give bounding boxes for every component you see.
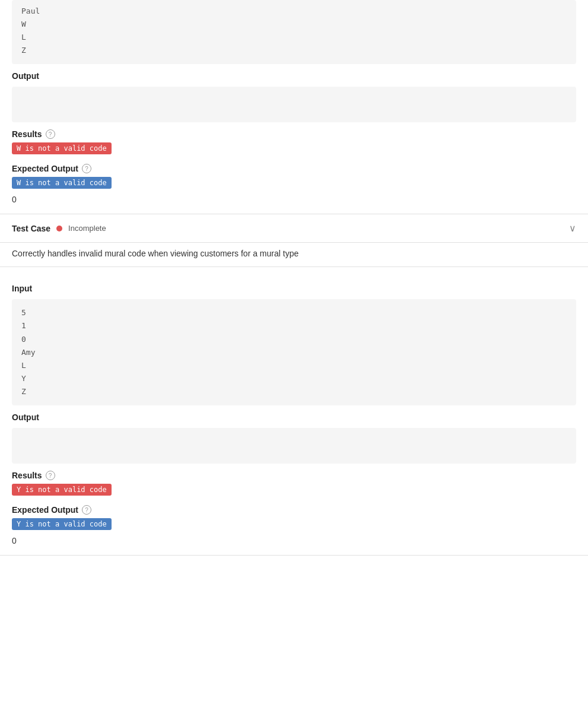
expected-output-badge-blue-2: Y is not a valid code (12, 518, 112, 530)
expected-output-label-2: Expected Output (12, 505, 78, 515)
input-line: Y (21, 372, 567, 385)
input-line: Z (21, 385, 567, 398)
input-line: 0 (21, 333, 567, 346)
expected-output-label: Expected Output (12, 164, 78, 173)
input-line: 1 (21, 319, 567, 332)
expected-output-help-icon[interactable]: ? (82, 164, 91, 173)
results-badge-red-2: Y is not a valid code (12, 484, 112, 496)
expected-output-help-icon-2[interactable]: ? (82, 505, 91, 515)
input-line: W (21, 18, 567, 31)
input-label: Input (12, 284, 576, 293)
input-line: Amy (21, 346, 567, 359)
results-label-2: Results (12, 471, 42, 480)
expected-output-badge-blue: W is not a valid code (12, 177, 112, 189)
input-line: Paul (21, 5, 567, 18)
results-badge-red: W is not a valid code (12, 142, 112, 154)
input-line: Z (21, 44, 567, 57)
output-box-2 (12, 428, 576, 464)
status-dot-incomplete (56, 226, 62, 231)
results-help-icon[interactable]: ? (46, 129, 55, 139)
input-line: L (21, 31, 567, 44)
test-case-header: Test Case Incomplete ∨ (0, 214, 588, 243)
test-case-description: Correctly handles invalid mural code whe… (0, 243, 588, 267)
chevron-down-icon[interactable]: ∨ (569, 223, 576, 234)
input-line: L (21, 359, 567, 372)
output-label: Output (12, 71, 576, 81)
input-box: 5 1 0 Amy L Y Z (12, 299, 576, 405)
zero-value-bottom: 0 (12, 536, 576, 545)
top-input-box: Paul W L Z (12, 0, 576, 64)
test-case-title: Test Case (12, 224, 50, 233)
zero-value-top: 0 (12, 195, 576, 204)
results-help-icon-2[interactable]: ? (46, 471, 55, 480)
status-label: Incomplete (68, 224, 106, 233)
output-label-2: Output (12, 413, 576, 422)
input-line: 5 (21, 306, 567, 319)
output-box (12, 87, 576, 122)
results-label: Results (12, 129, 42, 139)
